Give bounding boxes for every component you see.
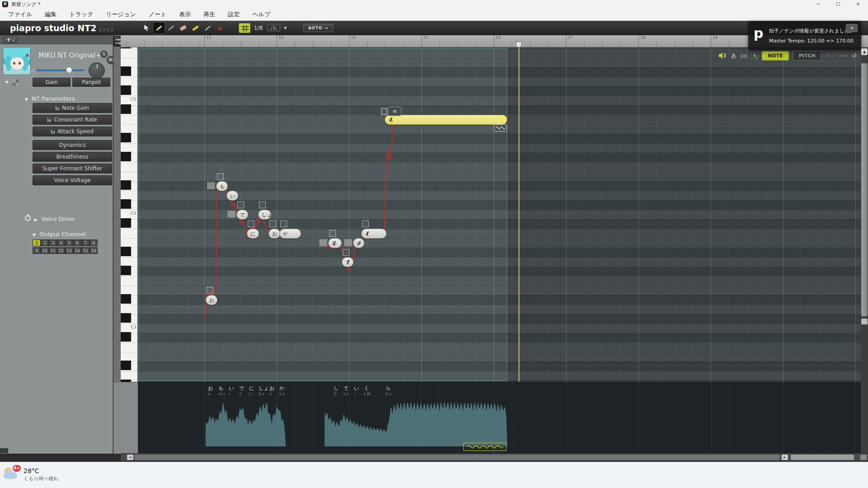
delete-tool[interactable]: ×	[214, 22, 226, 34]
auto-scroll-button[interactable]: AUTO →	[303, 24, 333, 32]
voice-param-button-0[interactable]: Dynamics	[33, 140, 112, 150]
volume-slider-knob[interactable]	[66, 67, 72, 73]
grid-value[interactable]: 1/8	[254, 25, 263, 31]
output-channel-12[interactable]: 12	[57, 247, 65, 254]
voice-param-button-2[interactable]: Super Formant Shifter	[33, 164, 112, 174]
voice-drive-power-icon[interactable]	[25, 215, 31, 221]
lyric-syllable[interactable]: も	[218, 385, 223, 392]
horizontal-scroll-thumb[interactable]	[134, 455, 780, 460]
zoom-scroll-thumb[interactable]	[791, 455, 854, 460]
weather-widget[interactable]: 9+ 28°C くもり時々晴れ	[4, 466, 59, 483]
output-channel-11[interactable]: 11	[49, 247, 57, 254]
pitch-auto-icon[interactable]	[839, 52, 848, 59]
output-channel-1[interactable]: 1	[33, 239, 41, 246]
volume-slider[interactable]	[36, 70, 84, 71]
note-handle[interactable]	[259, 202, 266, 208]
lyric-syllable[interactable]: て	[344, 385, 349, 392]
pointer-tool[interactable]	[141, 22, 153, 34]
note-handle[interactable]	[248, 221, 255, 227]
minimize-button[interactable]: ─	[808, 0, 828, 8]
note-mode-button[interactable]: NOTE	[762, 51, 789, 61]
nt-parameters-header[interactable]: ▼NT Parameters	[25, 94, 75, 103]
menu-item-5[interactable]: 表示	[173, 8, 197, 21]
phoneme-badge-icon[interactable]: P	[751, 52, 758, 59]
speaker-icon[interactable]	[719, 52, 727, 59]
output-channel-header[interactable]: ▼Output Channel	[33, 230, 86, 238]
note-properties-icon[interactable]: ≡	[388, 107, 401, 116]
note-で[interactable]: で	[236, 210, 248, 220]
lyric-syllable[interactable]: く	[364, 385, 369, 392]
panpot-knob[interactable]	[89, 62, 105, 79]
vibrato-icon[interactable]	[494, 124, 507, 131]
output-channel-7[interactable]: 7	[81, 239, 90, 246]
lyric-syllable[interactable]: で	[239, 385, 244, 392]
line-tool[interactable]	[165, 22, 177, 34]
menu-item-0[interactable]: ファイル	[2, 8, 38, 21]
note-handle[interactable]	[217, 173, 224, 180]
note-し[interactable]: し	[328, 238, 342, 248]
pitch-mode-button[interactable]: PITCH	[793, 51, 821, 61]
note-に[interactable]: に	[247, 229, 259, 239]
note-handle[interactable]	[362, 221, 369, 227]
menu-item-7[interactable]: 設定	[222, 8, 246, 21]
add-track-button[interactable]: + ▾	[4, 36, 17, 43]
note-い[interactable]: い	[226, 191, 238, 201]
output-channel-10[interactable]: 10	[41, 247, 49, 254]
note-お[interactable]: お	[269, 229, 280, 239]
menu-item-1[interactable]: 編集	[38, 8, 63, 21]
close-button[interactable]: ×	[848, 0, 868, 8]
sidebar-scrollbar[interactable]	[0, 448, 8, 453]
maximize-button[interactable]: □	[828, 0, 848, 8]
scroll-corner-button[interactable]	[860, 455, 867, 460]
scroll-right-button[interactable]: ►	[782, 455, 788, 460]
pitch-draw-icon[interactable]	[826, 52, 835, 59]
voice-drive-header[interactable]: ▶Voice Drive	[34, 214, 74, 223]
return-icon[interactable]: ⏎	[852, 52, 857, 59]
menu-item-3[interactable]: リージョン	[99, 8, 142, 21]
note-handle[interactable]	[343, 249, 349, 256]
lyric-syllable[interactable]: お	[269, 385, 274, 392]
note-しょ[interactable]: しょ	[258, 210, 271, 220]
lyric-syllable[interactable]: い	[354, 385, 359, 392]
solo-button[interactable]: S	[100, 51, 108, 58]
notification-settings-button[interactable]: ✳	[846, 24, 858, 32]
romaji-mode-icon[interactable]: [a]	[741, 53, 747, 58]
menu-item-4[interactable]: ノート	[142, 8, 173, 21]
lyric-syllable[interactable]: に	[249, 385, 254, 392]
note-い[interactable]: い	[353, 238, 364, 248]
nt-param-button-1[interactable]: Consonant Rate	[33, 115, 112, 125]
gain-button[interactable]: Gain	[33, 78, 71, 87]
singer-avatar[interactable]	[3, 47, 31, 75]
lyric-syllable[interactable]: お	[208, 385, 213, 392]
triplet-button[interactable]: ┌3┐	[267, 25, 280, 31]
scroll-up-button[interactable]: ▲	[861, 48, 868, 55]
piano-keyboard[interactable]: C5C4C3	[121, 47, 138, 382]
note-pre-handle[interactable]	[227, 211, 236, 218]
note-handle[interactable]	[329, 230, 336, 237]
lyric-syllable[interactable]: しょ	[259, 385, 269, 392]
menu-item-8[interactable]: ヘルプ	[246, 8, 277, 21]
marker-tool[interactable]	[189, 22, 202, 34]
note-handle[interactable]	[269, 221, 276, 227]
note-か[interactable]: か	[279, 229, 301, 239]
nt-param-button-2[interactable]: Attack Speed	[33, 127, 112, 136]
output-channel-2[interactable]: 2	[41, 239, 49, 246]
note-お[interactable]: お	[206, 295, 217, 305]
lyric-syllable[interactable]: ら	[386, 385, 391, 392]
checker-icon[interactable]	[13, 80, 19, 86]
note-も[interactable]: も	[216, 181, 228, 191]
voice-param-button-1[interactable]: Breathiness	[33, 152, 112, 162]
note-pre-handle[interactable]	[207, 182, 215, 189]
eraser-tool[interactable]	[177, 22, 189, 34]
note-handle[interactable]	[207, 287, 213, 294]
output-channel-6[interactable]: 6	[73, 239, 81, 246]
output-channel-8[interactable]: 8	[90, 239, 98, 246]
note-attr-square[interactable]	[381, 108, 387, 115]
lyric-syllable[interactable]: い	[229, 385, 234, 392]
note-pre-handle[interactable]	[344, 239, 352, 246]
track-name[interactable]: MIKU NT Original++	[38, 52, 107, 60]
output-channel-5[interactable]: 5	[65, 239, 73, 246]
region-outline[interactable]	[138, 48, 507, 381]
menu-item-2[interactable]: トラック	[63, 8, 99, 21]
note-く[interactable]: く	[361, 229, 387, 239]
